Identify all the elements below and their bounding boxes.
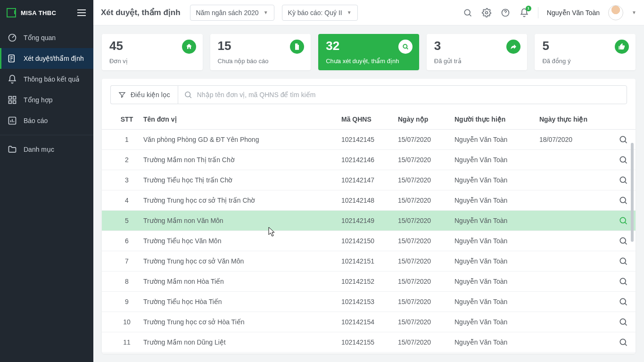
table-row[interactable]: 11Trường Mầm non Dũng Liệt10214215515/07… [102,332,636,353]
search-box[interactable] [178,85,627,104]
cell-action [601,235,629,247]
view-row-icon[interactable] [618,174,629,186]
view-row-icon[interactable] [618,337,629,348]
col-actor: Người thực hiện [454,115,539,123]
table-row[interactable]: 6Trường Tiểu học Văn Môn10214215015/07/2… [102,231,636,251]
notifications-icon[interactable]: 1 [519,8,529,18]
cell-name: Trường Trung học cơ sở Thị trấn Chờ [143,197,341,204]
menu-collapse-icon[interactable] [76,8,87,18]
svg-point-7 [464,9,470,15]
sidebar-item-review[interactable]: Xét duyệt/thẩm định [0,48,93,69]
filter-conditions-button[interactable]: Điều kiện lọc [110,85,178,104]
view-row-icon[interactable] [618,296,629,307]
cell-stt: 10 [110,318,143,326]
cell-code: 102142150 [341,237,398,245]
view-row-icon[interactable] [618,255,629,267]
view-row-icon[interactable] [618,154,629,165]
table-row[interactable]: 7Trường Trung học cơ sở Văn Môn102142151… [102,251,636,272]
cell-code: 102142151 [341,257,398,265]
svg-rect-2 [9,97,12,99]
svg-rect-3 [13,97,16,99]
gear-icon[interactable] [481,8,492,18]
view-row-icon[interactable] [618,195,629,206]
sidebar-item-label: Tổng quan [24,34,56,41]
view-row-icon[interactable] [618,276,629,287]
status-card-2[interactable]: 32Chưa xét duyệt, thẩm định [318,34,419,70]
review-icon [8,54,17,63]
search-icon[interactable] [462,8,473,18]
table-row[interactable]: 9Trường Tiểu học Hòa Tiến10214215315/07/… [102,292,636,312]
avatar[interactable] [608,5,623,20]
cell-stt: 5 [110,217,143,224]
cell-actor: Nguyễn Văn Toàn [454,197,539,204]
folder-icon [8,145,17,154]
sidebar-nav: Tổng quan Xét duyệt/thẩm định Thông báo … [0,25,93,160]
status-card-0[interactable]: 45Đơn vị [102,34,203,70]
filter-icon [118,91,126,99]
cell-stt: 8 [110,278,143,285]
chevron-down-icon: ▼ [347,10,352,15]
page-title: Xét duyệt, thẩm định [101,8,181,17]
table-row[interactable]: 2Trường Mầm non Thị trấn Chờ10214214615/… [102,150,636,170]
svg-point-17 [620,238,626,243]
sidebar-item-catalog[interactable]: Danh mục [0,139,93,160]
status-card-1[interactable]: 15Chưa nộp báo cáo [210,34,311,70]
sidebar-item-notify[interactable]: Thông báo kết quả [0,69,93,90]
search-input[interactable] [197,91,621,99]
cell-sdate: 15/07/2020 [398,278,454,285]
view-row-icon[interactable] [618,134,629,145]
sidebar-item-label: Danh mục [24,146,54,153]
svg-point-20 [620,298,626,304]
table-row[interactable]: 5Trường Mầm non Văn Môn10214214915/07/20… [102,211,636,231]
col-sdate: Ngày nộp [398,115,454,123]
cell-adate: 18/07/2020 [539,136,601,143]
results-panel: Điều kiện lọc STT Tên đơn vị Mã QHNS Ngà… [102,79,636,354]
content-area: 45Đơn vị15Chưa nộp báo cáo32Chưa xét duy… [93,25,644,362]
cell-name: Trường Mầm non Dũng Liệt [143,338,341,346]
status-card-label: Chưa xét duyệt, thẩm định [326,58,412,65]
table-row[interactable]: 10Trường Trung học cơ sở Hòa Tiến1021421… [102,312,636,332]
cell-action [601,255,629,267]
col-name: Tên đơn vị [143,115,341,123]
table-row[interactable]: 8Trường Mầm non Hòa Tiến10214215215/07/2… [102,272,636,292]
svg-point-18 [620,258,626,263]
sidebar-item-summary[interactable]: Tổng hợp [0,90,93,110]
cell-sdate: 15/07/2020 [398,298,454,305]
cell-action [601,215,629,226]
help-icon[interactable] [500,8,511,18]
cell-action [601,134,629,145]
sidebar-item-reports[interactable]: Báo cáo [0,110,93,131]
cell-actor: Nguyễn Văn Toàn [454,278,539,285]
table-row[interactable]: 4Trường Trung học cơ sở Thị trấn Chờ1021… [102,190,636,211]
cell-actor: Nguyễn Văn Toàn [454,136,539,143]
chart-icon [8,116,17,125]
cell-stt: 9 [110,298,143,305]
cell-name: Trường Mầm non Thị trấn Chờ [143,156,341,164]
cell-action [601,276,629,287]
view-row-icon[interactable] [618,215,629,226]
current-user-name: Nguyễn Văn Toàn [547,9,600,16]
cell-sdate: 15/07/2020 [398,318,454,326]
sidebar: MISA THBC Tổng quan Xét duyệt/thẩm định … [0,0,93,362]
search-icon [184,90,192,99]
cell-action [601,296,629,307]
sidebar-item-label: Thông báo kết quả [24,75,80,83]
cell-action [601,337,629,348]
status-card-3[interactable]: 3Đã gửi trả [427,34,528,70]
status-card-label: Chưa nộp báo cáo [218,58,304,65]
table-row[interactable]: 3Trường Tiểu học Thị trấn Chờ10214214715… [102,170,636,190]
report-period-select[interactable]: Kỳ báo cáo: Quý II ▼ [282,5,358,21]
sidebar-item-overview[interactable]: Tổng quan [0,27,93,48]
view-row-icon[interactable] [618,235,629,247]
svg-point-10 [403,44,407,48]
user-menu-chevron-icon[interactable]: ▼ [632,10,636,15]
scrollbar[interactable] [631,143,634,242]
report-period-value: Kỳ báo cáo: Quý II [288,9,342,16]
cell-name: Trường Mầm non Văn Môn [143,217,341,224]
status-card-4[interactable]: 5Đã đồng ý [535,34,636,70]
table-row[interactable]: 1Văn phòng Phòng GD & ĐT Yên Phong102142… [102,130,636,150]
view-row-icon[interactable] [618,316,629,328]
cell-sdate: 15/07/2020 [398,156,454,164]
cell-sdate: 15/07/2020 [398,237,454,245]
budget-year-select[interactable]: Năm ngân sách 2020 ▼ [190,5,274,21]
